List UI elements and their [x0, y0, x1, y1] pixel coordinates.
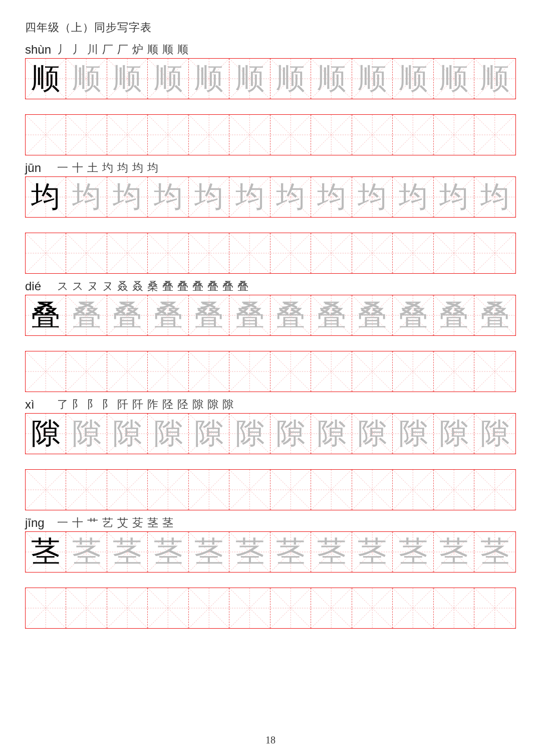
svg-line-456: [270, 588, 311, 628]
trace-cell: 隙: [229, 414, 270, 454]
svg-line-441: [107, 588, 147, 628]
trace-character: 叠: [72, 301, 101, 330]
practice-cell: [352, 351, 393, 392]
svg-line-56: [107, 115, 147, 155]
svg-line-273: [352, 351, 392, 392]
svg-line-249: [107, 351, 147, 392]
trace-cell: 均: [311, 177, 352, 217]
svg-line-157: [148, 233, 188, 273]
trace-cell: 隙: [474, 414, 515, 454]
trace-character: 顺: [480, 64, 509, 93]
trace-cell: 顺: [229, 59, 270, 99]
svg-line-448: [189, 588, 229, 628]
trace-character: 顺: [194, 64, 223, 93]
character-block: xì了阝阝阝阡阡阼陉陉隙隙隙 隙 隙 隙 隙 隙 隙 隙 隙 隙 隙 隙 隙: [25, 396, 516, 510]
trace-cell: 隙: [107, 414, 148, 454]
svg-line-173: [311, 233, 351, 273]
svg-line-168: [270, 233, 311, 273]
practice-cell: [148, 115, 188, 155]
stroke-step: 阡: [115, 397, 130, 412]
trace-cell: 茎: [189, 532, 229, 572]
trace-character: 茎: [358, 537, 387, 566]
trace-character: 顺: [113, 64, 142, 93]
svg-line-377: [434, 470, 474, 510]
svg-line-357: [229, 470, 269, 510]
practice-cell: [474, 351, 515, 392]
trace-cell: 顺: [393, 59, 433, 99]
practice-cell: [393, 115, 433, 155]
trace-character: 隙: [399, 419, 428, 448]
svg-line-77: [311, 115, 351, 155]
practice-cell: [66, 470, 107, 510]
trace-cell: 茎: [229, 532, 270, 572]
stroke-step: 炉: [130, 42, 145, 57]
model-cell: 均: [26, 177, 66, 217]
trace-character: 茎: [72, 537, 101, 566]
character-block: jūn一十土圴均均均 均 均 均 均 均 均 均 均 均 均 均 均: [25, 159, 516, 274]
trace-cell: 均: [229, 177, 270, 217]
practice-cell: [66, 588, 107, 628]
stroke-step: 阝: [85, 397, 100, 412]
stroke-step: 茎: [160, 515, 175, 530]
stroke-step: 隙: [220, 397, 235, 412]
trace-character: 叠: [358, 301, 387, 330]
svg-line-144: [26, 233, 66, 273]
trace-cell: 均: [393, 177, 433, 217]
trace-cell: 均: [434, 177, 474, 217]
trace-cell: 隙: [434, 414, 474, 454]
practice-cell: [434, 351, 474, 392]
svg-line-341: [66, 470, 106, 510]
stroke-step: ヌ: [85, 279, 100, 294]
svg-line-49: [26, 115, 66, 155]
trace-cell: 茎: [352, 532, 393, 572]
trace-cell: 叠: [393, 295, 433, 335]
practice-cell: [352, 115, 393, 155]
trace-cell: 顺: [434, 59, 474, 99]
trace-character: 顺: [317, 64, 346, 93]
practice-cell: [434, 115, 474, 155]
svg-line-188: [474, 233, 515, 273]
stroke-step: 十: [70, 515, 85, 530]
trace-cell: 隙: [148, 414, 188, 454]
trace-character: 顺: [72, 64, 101, 93]
svg-line-260: [229, 351, 269, 392]
practice-cell: [26, 115, 66, 155]
trace-cell: 茎: [148, 532, 188, 572]
practice-cell: [434, 470, 474, 510]
trace-character: 顺: [439, 64, 468, 93]
pinyin-label: jūn: [25, 161, 55, 175]
svg-line-436: [66, 588, 106, 628]
stroke-step: 阼: [145, 397, 160, 412]
svg-line-437: [66, 588, 106, 628]
trace-character: 均: [154, 182, 183, 212]
svg-line-252: [148, 351, 188, 392]
svg-line-285: [474, 351, 515, 392]
practice-row: [25, 114, 516, 155]
trace-cell: 叠: [270, 295, 311, 335]
trace-character: 隙: [235, 419, 264, 448]
trace-character: 均: [113, 182, 142, 212]
svg-line-61: [148, 115, 188, 155]
stroke-step: 叠: [220, 279, 235, 294]
svg-line-453: [229, 588, 269, 628]
practice-cell: [189, 115, 229, 155]
stroke-step: 顺: [160, 42, 175, 57]
trace-cell: 叠: [189, 295, 229, 335]
model-character: 顺: [31, 64, 60, 93]
stroke-step: 茎: [145, 515, 160, 530]
stroke-step: 顺: [175, 42, 190, 57]
practice-cell: [434, 233, 474, 273]
trace-cell: 均: [148, 177, 188, 217]
trace-cell: 顺: [66, 59, 107, 99]
trace-cell: 茎: [107, 532, 148, 572]
stroke-step: 隙: [190, 397, 205, 412]
svg-line-281: [434, 351, 474, 392]
stroke-step: 艾: [115, 515, 130, 530]
character-row: 茎 茎 茎 茎 茎 茎 茎 茎 茎 茎 茎 茎: [25, 531, 516, 573]
svg-line-372: [393, 470, 433, 510]
stroke-step: 圴: [100, 160, 115, 175]
svg-line-257: [189, 351, 229, 392]
practice-cell: [107, 233, 148, 273]
practice-cell: [26, 470, 66, 510]
svg-line-85: [393, 115, 433, 155]
